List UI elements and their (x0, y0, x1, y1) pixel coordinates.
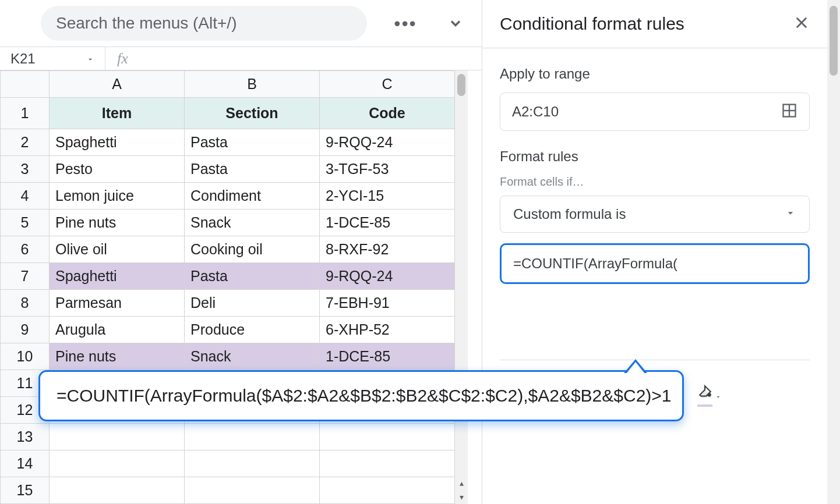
vertical-scrollbar[interactable]: ▴ ▾ (455, 70, 468, 504)
table-row: 5Pine nutsSnack1-DCE-85 (1, 210, 455, 236)
custom-formula-input[interactable]: =COUNTIF(ArrayFormula( (500, 243, 810, 284)
cell[interactable] (50, 477, 185, 504)
table-row: 1ItemSectionCode (1, 98, 455, 129)
table-row: 2SpaghettiPasta9-RQQ-24 (1, 129, 455, 156)
formula-bar-input[interactable] (140, 47, 482, 70)
row-header[interactable]: 3 (1, 156, 50, 183)
table-row: 3PestoPasta3-TGF-53 (1, 156, 455, 183)
cell[interactable]: Pasta (185, 129, 320, 156)
cell[interactable] (50, 450, 185, 477)
spreadsheet-grid[interactable]: A B C 1ItemSectionCode2SpaghettiPasta9-R… (0, 70, 455, 504)
collapse-chevron-icon[interactable] (444, 15, 467, 31)
row-header[interactable]: 9 (1, 317, 50, 343)
condition-dropdown-value: Custom formula is (513, 206, 626, 222)
cell[interactable] (185, 450, 320, 477)
cell[interactable]: 2-YCI-15 (320, 183, 455, 210)
cell[interactable]: Code (320, 98, 455, 129)
condition-dropdown[interactable]: Custom formula is (500, 196, 810, 233)
cell[interactable]: Item (50, 98, 185, 129)
cell[interactable]: 7-EBH-91 (320, 290, 455, 317)
apply-to-range-field[interactable]: A2:C10 (500, 93, 810, 131)
cell[interactable] (320, 424, 455, 450)
panel-scrollbar[interactable] (827, 0, 840, 504)
table-row: 7SpaghettiPasta9-RQQ-24 (1, 263, 455, 290)
format-rules-label: Format rules (482, 131, 827, 175)
cell[interactable]: Pine nuts (50, 343, 185, 370)
cell[interactable]: Pasta (185, 263, 320, 290)
row-header[interactable]: 5 (1, 210, 50, 236)
cell[interactable]: 9-RQQ-24 (320, 129, 455, 156)
cell[interactable]: Spaghetti (50, 263, 185, 290)
table-row: 10Pine nutsSnack1-DCE-85 (1, 343, 455, 370)
cell[interactable] (50, 424, 185, 450)
fill-color-button[interactable] (698, 384, 721, 407)
close-panel-button[interactable] (793, 15, 810, 33)
select-all-corner[interactable] (1, 71, 50, 98)
cell[interactable] (320, 477, 455, 504)
row-header[interactable]: 13 (1, 424, 50, 450)
cell[interactable]: 9-RQQ-24 (320, 263, 455, 290)
table-row: 8ParmesanDeli7-EBH-91 (1, 290, 455, 317)
row-header[interactable]: 4 (1, 183, 50, 210)
table-row: 13 (1, 424, 455, 450)
cell[interactable]: 8-RXF-92 (320, 236, 455, 263)
formula-callout: =COUNTIF(ArrayFormula($A$2:$A2&$B$2:$B2&… (38, 370, 684, 421)
cell[interactable]: Arugula (50, 317, 185, 343)
row-header[interactable]: 14 (1, 450, 50, 477)
cell[interactable]: 3-TGF-53 (320, 156, 455, 183)
cell[interactable]: Pasta (185, 156, 320, 183)
dropdown-caret-icon (785, 207, 796, 221)
row-header[interactable]: 6 (1, 236, 50, 263)
paint-bucket-icon (697, 384, 712, 407)
scroll-up-arrow-icon[interactable]: ▴ (455, 476, 468, 490)
cell[interactable]: Parmesan (50, 290, 185, 317)
cell[interactable]: Snack (185, 343, 320, 370)
panel-title: Conditional format rules (500, 14, 684, 34)
column-header-A[interactable]: A (50, 71, 185, 98)
custom-formula-text: =COUNTIF(ArrayFormula( (513, 255, 677, 272)
cell[interactable]: Snack (185, 210, 320, 236)
scroll-down-arrow-icon[interactable]: ▾ (455, 490, 468, 504)
cell[interactable]: Deli (185, 290, 320, 317)
cell[interactable]: Section (185, 98, 320, 129)
row-header[interactable]: 2 (1, 129, 50, 156)
format-cells-if-label: Format cells if… (482, 175, 827, 196)
cell[interactable]: Produce (185, 317, 320, 343)
column-header-B[interactable]: B (185, 71, 320, 98)
panel-scrollbar-thumb[interactable] (830, 6, 838, 76)
apply-to-range-label: Apply to range (482, 48, 827, 93)
table-row: 15 (1, 477, 455, 504)
row-header[interactable]: 10 (1, 343, 50, 370)
cell[interactable]: 1-DCE-85 (320, 210, 455, 236)
column-header-C[interactable]: C (320, 71, 455, 98)
row-header[interactable]: 8 (1, 290, 50, 317)
select-range-grid-icon[interactable] (781, 102, 797, 121)
cell[interactable]: Cooking oil (185, 236, 320, 263)
cell[interactable]: Pesto (50, 156, 185, 183)
table-row: 9ArugulaProduce6-XHP-52 (1, 317, 455, 343)
table-row: 14 (1, 450, 455, 477)
cell[interactable]: Olive oil (50, 236, 185, 263)
row-header[interactable]: 1 (1, 98, 50, 129)
name-box-value: K21 (10, 51, 36, 67)
row-header[interactable]: 15 (1, 477, 50, 504)
name-box[interactable]: K21 (0, 51, 105, 67)
name-box-caret-icon (86, 51, 94, 67)
scrollbar-thumb[interactable] (457, 74, 465, 96)
cell[interactable]: Spaghetti (50, 129, 185, 156)
fill-color-caret-icon (715, 386, 722, 404)
cell[interactable]: Lemon juice (50, 183, 185, 210)
cell[interactable] (185, 477, 320, 504)
cell[interactable]: Pine nuts (50, 210, 185, 236)
cell[interactable] (185, 424, 320, 450)
row-header[interactable]: 7 (1, 263, 50, 290)
cell[interactable] (320, 450, 455, 477)
fx-label: fx (105, 47, 140, 70)
cell[interactable]: Condiment (185, 183, 320, 210)
table-row: 6Olive oilCooking oil8-RXF-92 (1, 236, 455, 263)
cell[interactable]: 1-DCE-85 (320, 343, 455, 370)
more-menu-icon[interactable]: ••• (394, 13, 417, 34)
cell[interactable]: 6-XHP-52 (320, 317, 455, 343)
menu-search-placeholder: Search the menus (Alt+/) (56, 14, 237, 33)
menu-search-box[interactable]: Search the menus (Alt+/) (41, 6, 367, 41)
